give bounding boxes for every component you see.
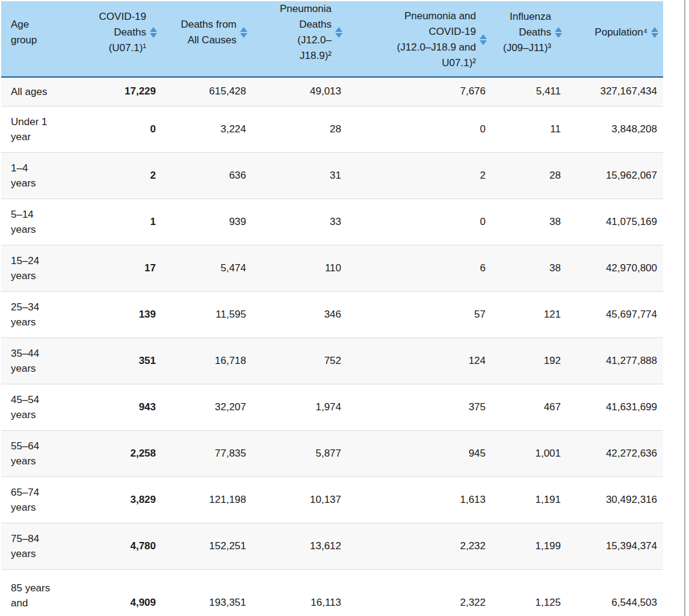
value-cell-influenza-deaths: 1,191	[492, 476, 567, 523]
table-row: Under 1year03,224280113,848,208	[1, 106, 663, 152]
covid-deaths-table: AgegroupCOVID-19Deaths(U07.1)¹Deaths fro…	[1, 1, 663, 616]
age-group-label-line: 55–64	[11, 439, 79, 454]
column-label-line: Deaths	[503, 25, 551, 40]
column-header-influenza-deaths[interactable]: InfluenzaDeaths(J09–J11)³	[492, 1, 567, 77]
column-header-age-group: Agegroup	[1, 1, 79, 77]
value-cell-all-causes: 939	[162, 199, 252, 245]
sort-arrows-icon[interactable]	[335, 27, 342, 38]
sort-ascending-icon	[335, 27, 342, 32]
column-label-line: Population⁴	[595, 25, 647, 40]
sort-arrows-icon[interactable]	[150, 27, 157, 38]
column-label: InfluenzaDeaths(J09–J11)³	[503, 9, 551, 56]
table-row: 1–4years26363122815,962,067	[1, 152, 663, 199]
sort-ascending-icon	[651, 27, 658, 32]
age-group-cell: All ages	[1, 77, 79, 106]
value-cell-pneumonia-covid: 57	[347, 291, 492, 337]
table-row: 35–44years35116,71875212419241,277,888	[1, 337, 663, 384]
value-cell-pneumonia-deaths: 31	[252, 152, 347, 199]
value-cell-influenza-deaths: 467	[492, 384, 567, 430]
value-cell-influenza-deaths: 38	[492, 245, 567, 291]
age-group-label-line: years	[11, 407, 79, 422]
value-cell-pneumonia-covid: 2,232	[347, 523, 492, 569]
value-cell-covid19-deaths: 4,780	[79, 523, 162, 569]
value-cell-pneumonia-covid: 124	[347, 337, 492, 384]
value-cell-pneumonia-deaths: 110	[252, 245, 347, 291]
page-right-border	[684, 0, 685, 616]
value-cell-population: 41,631,699	[567, 384, 663, 430]
value-cell-pneumonia-deaths: 13,612	[252, 523, 347, 569]
column-label-line: COVID-19	[99, 9, 146, 25]
column-header-pneumonia-deaths[interactable]: PneumoniaDeaths(J12.0–J18.9)²	[252, 1, 347, 77]
value-cell-covid19-deaths: 17	[79, 245, 162, 291]
column-label-line: All Causes	[181, 32, 236, 48]
value-cell-influenza-deaths: 192	[492, 337, 567, 384]
column-label-line: (U07.1)¹	[99, 40, 146, 56]
column-header-content: COVID-19Deaths(U07.1)¹	[79, 1, 162, 76]
sort-descending-icon	[651, 33, 658, 38]
column-label-line: Pneumonia	[280, 1, 332, 17]
value-cell-population: 42,970,800	[567, 245, 663, 291]
value-cell-covid19-deaths: 351	[79, 337, 162, 384]
column-label-line: Deaths	[280, 17, 332, 32]
table-row: 5–14years19393303841,075,169	[1, 199, 663, 245]
column-label-line: Deaths from	[181, 17, 236, 32]
sort-descending-icon	[335, 33, 342, 38]
value-cell-covid19-deaths: 2,258	[79, 430, 162, 476]
value-cell-pneumonia-deaths: 33	[252, 199, 347, 245]
age-group-label-line: years	[11, 315, 79, 330]
age-group-cell: 1–4years	[1, 152, 79, 199]
column-header-content: PneumoniaDeaths(J12.0–J18.9)²	[252, 1, 347, 76]
sort-ascending-icon	[555, 27, 562, 32]
value-cell-all-causes: 11,595	[162, 291, 252, 337]
column-label-line: U07.1)²	[397, 55, 476, 71]
column-label: PneumoniaDeaths(J12.0–J18.9)²	[280, 1, 332, 64]
age-group-label-line: years	[11, 268, 79, 283]
value-cell-pneumonia-deaths: 16,113	[252, 569, 347, 616]
age-group-label-line: All ages	[11, 84, 79, 99]
age-group-label-line: over	[11, 611, 79, 616]
age-group-label-line: 25–34	[11, 300, 79, 315]
column-label: Pneumonia andCOVID-19(J12.0–J18.9 andU07…	[397, 8, 476, 71]
value-cell-covid19-deaths: 17,229	[79, 77, 162, 106]
value-cell-all-causes: 77,835	[162, 430, 252, 476]
value-cell-population: 30,492,316	[567, 476, 663, 523]
value-cell-population: 327,167,434	[567, 77, 663, 106]
column-label: Agegroup	[11, 17, 37, 48]
age-group-label-line: years	[11, 176, 79, 191]
sort-arrows-icon[interactable]	[651, 27, 658, 38]
value-cell-pneumonia-deaths: 1,974	[252, 384, 347, 430]
table-row: 65–74years3,829121,19810,1371,6131,19130…	[1, 476, 663, 523]
value-cell-covid19-deaths: 3,829	[79, 476, 162, 523]
table-row: 85 yearsandover4,909193,35116,1132,3221,…	[1, 569, 663, 616]
column-header-pneumonia-covid[interactable]: Pneumonia andCOVID-19(J12.0–J18.9 andU07…	[347, 1, 492, 77]
column-header-covid19-deaths[interactable]: COVID-19Deaths(U07.1)¹	[79, 1, 162, 77]
value-cell-pneumonia-covid: 2,322	[347, 569, 492, 616]
value-cell-covid19-deaths: 1	[79, 199, 162, 245]
age-group-label-line: years	[11, 546, 79, 561]
sort-arrows-icon[interactable]	[240, 27, 247, 38]
column-label-line: Influenza	[503, 9, 551, 25]
value-cell-all-causes: 16,718	[162, 337, 252, 384]
column-label-line: COVID-19	[397, 24, 476, 40]
sort-ascending-icon	[150, 27, 157, 32]
age-group-label-line: 45–54	[11, 392, 79, 407]
table-body: All ages17,229615,42849,0137,6765,411327…	[1, 77, 663, 616]
table-row: 75–84years4,780152,25113,6122,2321,19915…	[1, 523, 663, 569]
value-cell-covid19-deaths: 2	[79, 152, 162, 199]
value-cell-influenza-deaths: 1,199	[492, 523, 567, 569]
age-group-cell: 15–24years	[1, 245, 79, 291]
age-group-label-line: 75–84	[11, 531, 79, 546]
age-group-label-line: years	[11, 500, 79, 515]
column-header-content: Pneumonia andCOVID-19(J12.0–J18.9 andU07…	[347, 1, 492, 76]
age-group-cell: 25–34years	[1, 291, 79, 337]
value-cell-pneumonia-deaths: 5,877	[252, 430, 347, 476]
sort-arrows-icon[interactable]	[555, 27, 562, 38]
value-cell-covid19-deaths: 139	[79, 291, 162, 337]
value-cell-all-causes: 5,474	[162, 245, 252, 291]
column-header-all-causes[interactable]: Deaths fromAll Causes	[162, 1, 252, 77]
sort-arrows-icon[interactable]	[480, 34, 487, 45]
column-header-population[interactable]: Population⁴	[567, 1, 663, 77]
value-cell-influenza-deaths: 5,411	[492, 77, 567, 106]
column-label: COVID-19Deaths(U07.1)¹	[99, 9, 146, 56]
value-cell-population: 15,962,067	[567, 152, 663, 199]
